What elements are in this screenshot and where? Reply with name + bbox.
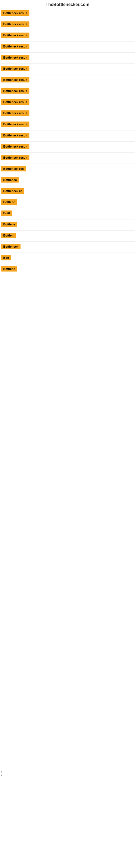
bottleneck-badge-1[interactable]: Bottleneck result — [1, 10, 30, 16]
bottleneck-section-13: Bottleneck result — [0, 142, 135, 153]
bottleneck-section-7: Bottleneck result — [0, 75, 135, 86]
bottleneck-badge-6[interactable]: Bottleneck result — [1, 66, 30, 71]
bottleneck-badge-20[interactable]: Bottlene — [1, 222, 17, 227]
bottleneck-section-1: Bottleneck result — [0, 8, 135, 19]
bottleneck-badge-2[interactable]: Bottleneck result — [1, 22, 30, 27]
bottleneck-badge-4[interactable]: Bottleneck result — [1, 44, 30, 49]
bottleneck-badge-24[interactable]: Bottlene — [1, 266, 17, 272]
bottleneck-badge-10[interactable]: Bottleneck result — [1, 111, 30, 116]
bottleneck-section-15: Bottleneck res — [0, 164, 135, 175]
bottleneck-badge-8[interactable]: Bottleneck result — [1, 88, 30, 94]
bottleneck-badge-12[interactable]: Bottleneck result — [1, 133, 30, 138]
bottleneck-section-21: Bottlen — [0, 230, 135, 242]
bottleneck-badge-18[interactable]: Bottlene — [1, 199, 17, 205]
bottleneck-badge-23[interactable]: Bott — [1, 255, 11, 260]
bottleneck-section-5: Bottleneck result — [0, 53, 135, 64]
bottleneck-badge-21[interactable]: Bottlen — [1, 233, 16, 238]
bottleneck-badge-11[interactable]: Bottleneck result — [1, 122, 30, 127]
bottleneck-badge-16[interactable]: Bottlenec — [1, 177, 19, 183]
bottleneck-badge-3[interactable]: Bottleneck result — [1, 33, 30, 38]
bottleneck-badge-19[interactable]: Bottl — [1, 211, 12, 216]
bottleneck-section-19: Bottl — [0, 208, 135, 219]
bottleneck-section-8: Bottleneck result — [0, 86, 135, 97]
bottleneck-section-20: Bottlene — [0, 219, 135, 230]
bottleneck-section-9: Bottleneck result — [0, 97, 135, 108]
bottleneck-badge-22[interactable]: Bottleneck — [1, 244, 20, 249]
bottleneck-badge-17[interactable]: Bottleneck re — [1, 188, 24, 194]
bottleneck-section-18: Bottlene — [0, 197, 135, 208]
bottleneck-section-17: Bottleneck re — [0, 186, 135, 197]
bottleneck-section-3: Bottleneck result — [0, 30, 135, 41]
bottleneck-section-22: Bottleneck — [0, 242, 135, 253]
bottleneck-badge-13[interactable]: Bottleneck result — [1, 144, 30, 149]
footer-label: score — [1, 771, 2, 776]
bottom-area — [0, 286, 135, 291]
site-title: TheBottlenecker.com — [0, 0, 135, 8]
bottleneck-section-4: Bottleneck result — [0, 41, 135, 53]
bottleneck-badge-14[interactable]: Bottleneck result — [1, 155, 30, 160]
bottleneck-section-16: Bottlenec — [0, 175, 135, 186]
bottleneck-badge-9[interactable]: Bottleneck result — [1, 99, 30, 105]
bottleneck-section-24: Bottlene — [0, 264, 135, 275]
bottleneck-section-14: Bottleneck result — [0, 153, 135, 164]
bottleneck-section-10: Bottleneck result — [0, 108, 135, 119]
bottleneck-badge-7[interactable]: Bottleneck result — [1, 77, 30, 83]
bottleneck-section-23: Bott — [0, 253, 135, 264]
bottleneck-section-11: Bottleneck result — [0, 119, 135, 130]
bottleneck-badge-5[interactable]: Bottleneck result — [1, 55, 30, 60]
bottleneck-section-2: Bottleneck result — [0, 19, 135, 30]
bottleneck-section-6: Bottleneck result — [0, 64, 135, 75]
bottleneck-section-12: Bottleneck result — [0, 130, 135, 142]
bottleneck-badge-15[interactable]: Bottleneck res — [1, 166, 26, 172]
